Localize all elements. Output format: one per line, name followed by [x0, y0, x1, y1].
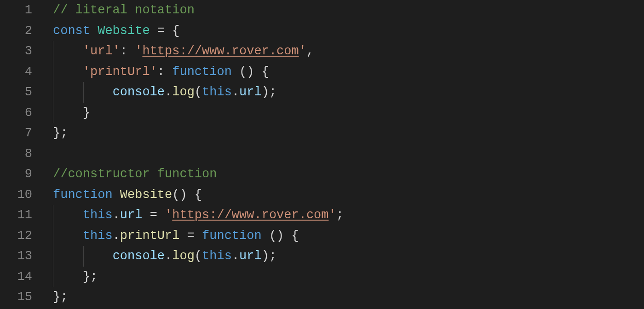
- token-indent: [53, 249, 113, 263]
- line-number: 13: [0, 246, 32, 267]
- code-line[interactable]: [53, 144, 644, 164]
- token-paren: (): [262, 229, 292, 243]
- token-function: log: [172, 249, 195, 263]
- token-indent: [53, 229, 83, 243]
- token-indent: [53, 65, 83, 79]
- indent-guide: [53, 246, 53, 267]
- token-string: ': [329, 208, 336, 222]
- token-url-link[interactable]: https://www.rover.com: [142, 44, 299, 58]
- token-class: Website: [98, 24, 150, 38]
- token-indent: [53, 85, 113, 99]
- token-object: console: [113, 85, 165, 99]
- code-line[interactable]: // literal notation: [53, 0, 644, 21]
- token-property: printUrl: [120, 229, 180, 243]
- token-brace: {: [262, 65, 269, 79]
- code-line[interactable]: const Website = {: [53, 21, 644, 41]
- code-line[interactable]: 'url': 'https://www.rover.com',: [53, 41, 644, 62]
- code-line[interactable]: };: [53, 123, 644, 144]
- token-paren: ): [262, 85, 269, 99]
- token-brace: }: [83, 270, 90, 284]
- line-number: 8: [0, 144, 32, 164]
- code-line[interactable]: }: [53, 103, 644, 123]
- token-paren: (: [195, 85, 202, 99]
- indent-guide: [53, 41, 53, 62]
- token-string: ': [83, 44, 90, 58]
- code-area[interactable]: // literal notation const Website = { 'u…: [53, 0, 644, 309]
- code-line[interactable]: 'printUrl': function () {: [53, 62, 644, 82]
- token-string: ': [83, 65, 90, 79]
- token-paren: (): [232, 65, 262, 79]
- token-string: ': [135, 44, 142, 58]
- token-string: printUrl: [90, 65, 150, 79]
- token-indent: [53, 208, 83, 222]
- line-number: 14: [0, 267, 32, 287]
- code-line[interactable]: console.log(this.url);: [53, 82, 644, 103]
- token-function: log: [172, 85, 195, 99]
- token-comment: //constructor function: [53, 167, 217, 181]
- token-paren: ): [262, 249, 269, 263]
- token-semicolon: ;: [90, 270, 98, 284]
- code-line[interactable]: this.url = 'https://www.rover.com';: [53, 205, 644, 226]
- token-dot: .: [165, 249, 172, 263]
- token-brace: }: [53, 290, 60, 304]
- token-keyword: const: [53, 24, 90, 38]
- line-number-gutter: 1 2 3 4 5 6 7 8 9 10 11 12 13 14 15: [0, 0, 53, 309]
- token-space: [187, 188, 195, 202]
- indent-guide: [53, 82, 53, 103]
- token-semicolon: ;: [336, 208, 344, 222]
- token-semicolon: ;: [60, 290, 68, 304]
- code-line[interactable]: function Website() {: [53, 185, 644, 205]
- token-paren: (: [195, 249, 202, 263]
- token-operator: =: [179, 229, 202, 243]
- line-number: 10: [0, 185, 32, 205]
- token-indent: [53, 270, 83, 284]
- token-this: this: [83, 208, 113, 222]
- code-line[interactable]: console.log(this.url);: [53, 246, 644, 267]
- line-number: 7: [0, 123, 32, 144]
- token-brace: {: [292, 229, 299, 243]
- indent-guide: [83, 82, 84, 103]
- indent-guide: [53, 205, 53, 226]
- token-keyword: function: [172, 65, 232, 79]
- token-paren: (: [172, 188, 179, 202]
- token-object: console: [113, 249, 165, 263]
- code-line[interactable]: //constructor function: [53, 164, 644, 185]
- token-dot: .: [232, 249, 239, 263]
- line-number: 12: [0, 226, 32, 246]
- token-semicolon: ;: [60, 126, 68, 140]
- token-operator: =: [142, 208, 165, 222]
- code-line[interactable]: this.printUrl = function () {: [53, 226, 644, 246]
- token-property: url: [120, 208, 143, 222]
- token-keyword: function: [202, 229, 262, 243]
- token-brace: }: [53, 126, 60, 140]
- token-space: [90, 24, 98, 38]
- token-property: url: [239, 249, 262, 263]
- code-line[interactable]: };: [53, 267, 644, 287]
- token-dot: .: [113, 229, 120, 243]
- line-number: 15: [0, 287, 32, 308]
- code-editor[interactable]: 1 2 3 4 5 6 7 8 9 10 11 12 13 14 15 // l…: [0, 0, 644, 309]
- line-number: 1: [0, 0, 32, 21]
- token-property: url: [239, 85, 262, 99]
- token-paren: ): [179, 188, 187, 202]
- token-colon: :: [120, 44, 135, 58]
- token-this: this: [202, 249, 232, 263]
- indent-guide: [83, 246, 84, 267]
- line-number: 11: [0, 205, 32, 226]
- token-string: ': [299, 44, 306, 58]
- token-semicolon: ;: [269, 249, 276, 263]
- token-dot: .: [113, 208, 120, 222]
- token-operator: =: [150, 24, 172, 38]
- token-keyword: function: [53, 188, 113, 202]
- token-url-link[interactable]: https://www.rover.com: [172, 208, 328, 222]
- indent-guide: [53, 226, 53, 246]
- token-semicolon: ;: [269, 85, 276, 99]
- token-brace: {: [172, 24, 179, 38]
- code-line[interactable]: };: [53, 287, 644, 308]
- token-indent: [53, 106, 83, 120]
- token-string: ': [165, 208, 172, 222]
- line-number: 3: [0, 41, 32, 62]
- line-number: 9: [0, 164, 32, 185]
- token-function-name: Website: [120, 188, 172, 202]
- line-number: 6: [0, 103, 32, 123]
